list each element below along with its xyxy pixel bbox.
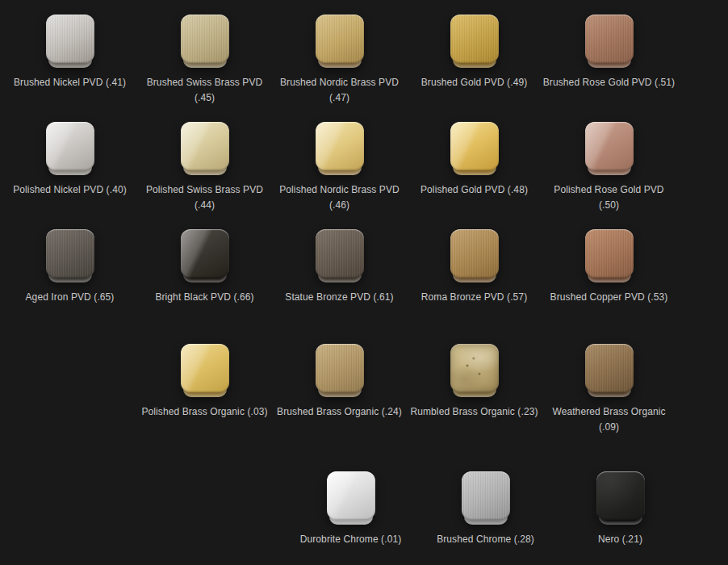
finish-tile: [462, 471, 510, 525]
finish-label: Bright Black PVD (.66): [155, 290, 253, 305]
finish-tile-face: [596, 471, 645, 520]
finish-tile-face: [450, 229, 499, 278]
finish-tile: [46, 122, 94, 175]
finish-tile-face: [46, 15, 94, 63]
finish-tile: [181, 122, 229, 175]
finish-label: Brushed Chrome (.28): [437, 532, 534, 547]
finish-row-dark-pvd: Aged Iron PVD (.65) Bright Black PVD (.6…: [2, 229, 728, 337]
finish-swatch[interactable]: Rumbled Brass Organic (.23): [407, 344, 542, 420]
finish-tile: [450, 15, 499, 68]
finish-tile-face: [585, 229, 634, 278]
finish-label: Polished Brass Organic (.03): [141, 404, 267, 420]
finish-swatch[interactable]: Brushed Rose Gold PVD (.51): [542, 15, 676, 90]
finish-label: Polished Nordic Brass PVD (.46): [279, 182, 400, 213]
finish-tile-face: [316, 15, 364, 63]
finish-tile-face: [46, 229, 94, 278]
finish-tile: [585, 229, 634, 282]
finish-tile-face: [46, 122, 94, 170]
finish-tile: [181, 229, 229, 282]
finish-tile-face: [462, 471, 510, 520]
finish-swatch[interactable]: Brushed Nickel PVD (.41): [2, 15, 137, 90]
finish-tile-face: [316, 229, 364, 278]
finish-tile: [316, 229, 364, 282]
finish-grid: Brushed Nickel PVD (.41) Brushed Swiss B…: [2, 0, 728, 565]
finish-row-organic: Polished Brass Organic (.03) Brushed Bra…: [2, 344, 728, 451]
finish-tile-face: [181, 122, 229, 170]
finish-swatch[interactable]: Weathered Brass Organic (.09): [542, 344, 676, 435]
finish-swatch[interactable]: Nero (.21): [553, 471, 688, 547]
finish-tile-face: [181, 229, 229, 278]
finish-tile: [316, 344, 364, 397]
finish-swatch[interactable]: Brushed Nordic Brass PVD (.47): [272, 15, 407, 106]
finish-swatch[interactable]: Brushed Chrome (.28): [418, 471, 553, 547]
finish-label: Brushed Brass Organic (.24): [277, 404, 402, 420]
finish-tile-face: [450, 344, 499, 392]
finish-swatch[interactable]: Durobrite Chrome (.01): [283, 471, 418, 547]
finish-label: Polished Gold PVD (.48): [420, 182, 528, 198]
finish-swatch[interactable]: Aged Iron PVD (.65): [2, 229, 137, 305]
finish-row-chrome: Durobrite Chrome (.01) Brushed Chrome (.…: [2, 471, 728, 565]
finish-swatch[interactable]: Polished Rose Gold PVD (.50): [542, 122, 676, 213]
finish-tile: [181, 344, 229, 397]
finish-tile: [181, 15, 229, 68]
finish-swatch[interactable]: Polished Gold PVD (.48): [407, 122, 542, 198]
finish-tile-face: [316, 122, 364, 170]
finish-swatch[interactable]: Roma Bronze PVD (.57): [407, 229, 542, 305]
finish-tile: [585, 122, 634, 175]
finish-tile-face: [181, 15, 229, 63]
finish-label: Brushed Nordic Brass PVD (.47): [280, 75, 399, 106]
finish-swatch[interactable]: Brushed Copper PVD (.53): [542, 229, 676, 305]
finish-label: Aged Iron PVD (.65): [26, 290, 115, 305]
finish-label: Brushed Rose Gold PVD (.51): [543, 75, 675, 90]
finish-tile-face: [585, 344, 634, 392]
finish-label: Weathered Brass Organic (.09): [552, 404, 665, 435]
finish-tile-face: [181, 344, 229, 392]
finish-label: Rumbled Brass Organic (.23): [410, 404, 538, 420]
finish-tile-face: [585, 15, 634, 63]
finish-swatch[interactable]: Statue Bronze PVD (.61): [272, 229, 407, 305]
finish-swatch[interactable]: Polished Swiss Brass PVD (.44): [137, 122, 272, 213]
finish-tile: [596, 471, 645, 525]
finish-tile: [46, 229, 94, 282]
finish-tile-face: [450, 122, 499, 170]
finish-swatch[interactable]: Brushed Swiss Brass PVD (.45): [137, 15, 272, 106]
finish-label: Polished Swiss Brass PVD (.44): [146, 182, 263, 213]
finish-tile: [46, 15, 94, 68]
finish-tile: [450, 122, 499, 175]
finish-row-polished-pvd: Polished Nickel PVD (.40) Polished Swiss…: [2, 122, 728, 229]
finish-row-brushed-pvd: Brushed Nickel PVD (.41) Brushed Swiss B…: [2, 15, 728, 122]
finish-swatch[interactable]: Brushed Gold PVD (.49): [407, 15, 542, 90]
finish-tile-face: [450, 15, 499, 63]
finish-label: Statue Bronze PVD (.61): [285, 290, 393, 305]
finish-label: Nero (.21): [598, 532, 642, 547]
finish-label: Brushed Swiss Brass PVD (.45): [147, 75, 263, 106]
finish-label: Brushed Copper PVD (.53): [550, 290, 668, 305]
finish-tile-face: [316, 344, 364, 392]
finish-tile: [585, 344, 634, 397]
finish-swatch[interactable]: Brushed Brass Organic (.24): [272, 344, 407, 420]
finish-label: Polished Nickel PVD (.40): [13, 182, 127, 198]
finish-tile: [585, 15, 634, 68]
finish-tile: [450, 229, 499, 282]
finish-swatch[interactable]: Polished Brass Organic (.03): [137, 344, 272, 420]
finish-label: Brushed Gold PVD (.49): [421, 75, 528, 90]
finish-swatch[interactable]: Polished Nickel PVD (.40): [2, 122, 137, 198]
finish-swatch[interactable]: Bright Black PVD (.66): [137, 229, 272, 305]
finish-label: Roma Bronze PVD (.57): [421, 290, 527, 305]
finish-tile: [316, 122, 364, 175]
finish-tile: [316, 15, 364, 68]
finish-tile: [327, 471, 375, 525]
finish-tile: [450, 344, 499, 397]
finish-label: Brushed Nickel PVD (.41): [14, 75, 126, 90]
finish-swatch[interactable]: Polished Nordic Brass PVD (.46): [272, 122, 407, 213]
finish-tile-face: [585, 122, 634, 170]
finish-tile-face: [327, 471, 375, 520]
finish-label: Durobrite Chrome (.01): [300, 532, 402, 547]
finish-label: Polished Rose Gold PVD (.50): [543, 182, 676, 213]
